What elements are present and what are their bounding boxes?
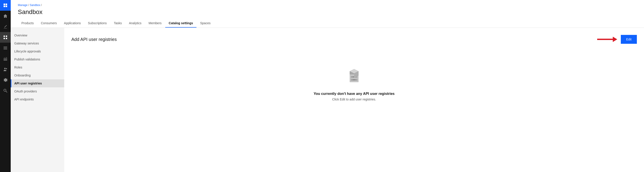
empty-state-icon	[345, 68, 363, 86]
svg-rect-2	[4, 5, 5, 7]
breadcrumb-manage[interactable]: Manage	[18, 3, 28, 7]
svg-point-14	[4, 89, 6, 91]
sidebar	[0, 0, 11, 172]
tab-spaces[interactable]: Spaces	[196, 19, 214, 28]
sidebar-item-list[interactable]	[0, 43, 11, 53]
svg-rect-11	[4, 60, 7, 60]
breadcrumb: Manage / Sandbox /	[18, 3, 637, 7]
side-nav-api-endpoints[interactable]: API endpoints	[11, 95, 64, 103]
arrow-head	[613, 37, 617, 42]
sidebar-item-edit[interactable]	[0, 21, 11, 32]
panel-header: Add API user registries Edit	[71, 35, 637, 44]
tab-list: Products Consumers Applications Subscrip…	[18, 19, 637, 28]
arrow-line	[597, 39, 613, 40]
side-nav: Overview Gateway services Lifecycle appr…	[11, 28, 64, 172]
svg-line-15	[6, 91, 7, 92]
sidebar-item-grid[interactable]	[0, 32, 11, 43]
svg-rect-4	[4, 36, 5, 37]
svg-rect-21	[352, 79, 356, 80]
sidebar-item-search[interactable]	[0, 85, 11, 96]
sidebar-item-chart[interactable]	[0, 53, 11, 64]
side-nav-onboarding[interactable]: Onboarding	[11, 71, 64, 79]
page-header: Manage / Sandbox / Sandbox Products Cons…	[11, 0, 644, 28]
tab-tasks[interactable]: Tasks	[110, 19, 125, 28]
content-area: Overview Gateway services Lifecycle appr…	[11, 28, 644, 172]
tab-catalog-settings[interactable]: Catalog settings	[165, 19, 197, 28]
tab-subscriptions[interactable]: Subscriptions	[84, 19, 110, 28]
svg-rect-5	[6, 36, 7, 37]
breadcrumb-sandbox[interactable]: Sandbox	[30, 3, 40, 7]
main-content: Manage / Sandbox / Sandbox Products Cons…	[11, 0, 644, 172]
svg-point-12	[4, 68, 6, 69]
tab-consumers[interactable]: Consumers	[37, 19, 60, 28]
tab-analytics[interactable]: Analytics	[125, 19, 145, 28]
breadcrumb-sep2: /	[41, 3, 42, 7]
sidebar-item-home[interactable]	[0, 11, 11, 21]
side-nav-overview[interactable]: Overview	[11, 31, 64, 39]
svg-rect-9	[4, 48, 7, 48]
empty-state: You currently don't have any API user re…	[71, 54, 637, 114]
edit-button[interactable]: Edit	[621, 35, 637, 44]
empty-state-title: You currently don't have any API user re…	[314, 92, 394, 96]
side-nav-oauth-providers[interactable]: OAuth providers	[11, 87, 64, 95]
sidebar-item-settings[interactable]	[0, 75, 11, 85]
svg-rect-3	[6, 5, 7, 7]
tab-products[interactable]: Products	[18, 19, 37, 28]
side-nav-api-user-registries[interactable]: API user registries	[11, 79, 64, 87]
arrow-indicator	[597, 37, 617, 42]
main-panel: Add API user registries Edit	[64, 28, 644, 172]
side-nav-gateway-services[interactable]: Gateway services	[11, 39, 64, 47]
page-title: Sandbox	[18, 8, 637, 15]
sidebar-item-users[interactable]	[0, 64, 11, 75]
svg-rect-7	[6, 38, 7, 39]
sidebar-logo[interactable]	[0, 0, 11, 11]
svg-rect-10	[4, 49, 7, 49]
svg-point-13	[6, 68, 7, 69]
side-nav-lifecycle-approvals[interactable]: Lifecycle approvals	[11, 47, 64, 55]
svg-rect-8	[4, 47, 7, 47]
tab-applications[interactable]: Applications	[60, 19, 84, 28]
svg-rect-0	[4, 3, 5, 5]
panel-title: Add API user registries	[71, 37, 116, 42]
side-nav-publish-validations[interactable]: Publish validations	[11, 55, 64, 63]
tab-members[interactable]: Members	[145, 19, 165, 28]
side-nav-roles[interactable]: Roles	[11, 63, 64, 71]
svg-rect-1	[6, 3, 7, 5]
panel-actions: Edit	[597, 35, 637, 44]
empty-state-subtitle: Click Edit to add user registries.	[332, 97, 376, 101]
svg-rect-6	[4, 38, 5, 39]
